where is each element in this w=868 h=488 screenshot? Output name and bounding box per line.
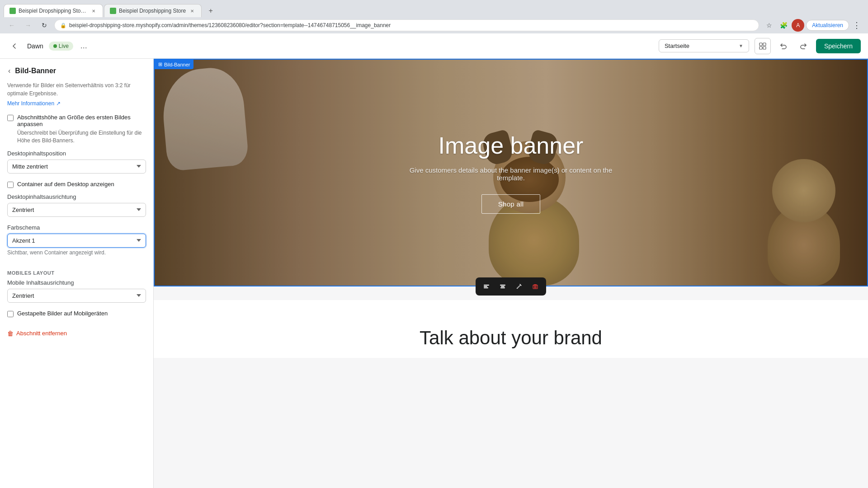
mobile-layout-section-title: MOBILES LAYOUT — [7, 270, 146, 276]
color-scheme-select[interactable]: Akzent 1 Akzent 2 Hintergrund 1 Hintergr… — [7, 234, 146, 248]
browser-omnibox: ← → ↻ 🔒 beispiel-dropshipping-store.mysh… — [0, 17, 868, 33]
svg-rect-7 — [500, 285, 505, 286]
stacked-checkbox-group: Gestapelte Bilder auf Mobilgeräten — [7, 310, 146, 317]
sidebar-title: Bild-Banner — [15, 67, 56, 75]
address-text: beispiel-dropshipping-store.myshopify.co… — [69, 22, 753, 28]
live-badge: Live — [49, 42, 73, 51]
brand-section: Talk about your brand — [154, 300, 868, 358]
browser-actions: ☆ 🧩 A Aktualisieren ⋮ — [763, 19, 863, 32]
floating-toolbar — [476, 277, 546, 296]
mehr-informationen-label: Mehr Informationen — [7, 100, 54, 107]
redo-button[interactable] — [796, 39, 811, 53]
svg-rect-2 — [760, 47, 762, 49]
profile-icon[interactable]: A — [792, 19, 804, 32]
tab1-title: Beispiel Dropshipping Store · ... — [19, 8, 87, 14]
color-scheme-hint: Sichtbar, wenn Container angezeigt wird. — [7, 249, 146, 256]
banner-title: Image banner — [398, 132, 624, 159]
save-button[interactable]: Speichern — [816, 39, 861, 53]
banner-label-text: Bild-Banner — [164, 62, 190, 67]
stacked-label[interactable]: Gestapelte Bilder auf Mobilgeräten — [17, 310, 108, 317]
svg-rect-6 — [484, 287, 488, 288]
sidebar-back-button[interactable]: ‹ — [7, 66, 11, 76]
reload-nav-button[interactable]: ↻ — [38, 19, 51, 32]
banner-image: Image banner Give customers details abou… — [155, 60, 867, 286]
svg-rect-0 — [760, 43, 762, 46]
main-content: ‹ Bild-Banner Verwende für Bilder ein Se… — [0, 59, 868, 488]
undo-button[interactable] — [776, 39, 791, 53]
desktop-position-label: Desktopinhaltsposition — [7, 150, 146, 157]
svg-rect-3 — [763, 47, 766, 49]
svg-rect-4 — [484, 285, 489, 286]
section-height-checkbox[interactable] — [7, 115, 14, 121]
banner-section-label: ⊞ Bild-Banner — [155, 60, 193, 69]
new-tab-button[interactable]: + — [204, 5, 217, 17]
live-label: Live — [59, 43, 69, 49]
color-scheme-group: Farbschema Akzent 1 Akzent 2 Hintergrund… — [7, 224, 146, 256]
browser-more-button[interactable]: ⋮ — [851, 20, 863, 30]
page-selector-value: Startseite — [665, 42, 735, 49]
color-scheme-label: Farbschema — [7, 224, 146, 231]
toolbar-align-left-button[interactable] — [480, 280, 493, 293]
app-container: Dawn Live ... Startseite ▼ Speichern ‹ B… — [0, 33, 868, 488]
toolbar-align-center-button[interactable] — [496, 280, 509, 293]
desktop-alignment-group: Desktopinhaltsausrichtung Zentriert Link… — [7, 193, 146, 217]
banner-subtitle: Give customers details about the banner … — [398, 166, 624, 182]
delete-label: Abschnitt entfernen — [16, 330, 67, 337]
tab1-close[interactable]: ✕ — [90, 7, 97, 14]
back-nav-button[interactable]: ← — [5, 19, 18, 32]
section-height-checkbox-group: Abschnittshöhe an Größe des ersten Bilde… — [7, 114, 146, 145]
svg-rect-5 — [484, 286, 487, 287]
page-selector[interactable]: Startseite ▼ — [659, 39, 749, 52]
sidebar: ‹ Bild-Banner Verwende für Bilder ein Se… — [0, 59, 154, 488]
svg-rect-9 — [500, 287, 505, 288]
live-dot — [53, 44, 57, 48]
browser-chrome: Beispiel Dropshipping Store · ... ✕ Beis… — [0, 0, 868, 33]
mobile-alignment-label: Mobile Inhaltsausrichtung — [7, 279, 146, 286]
mehr-informationen-link[interactable]: Mehr Informationen ↗ — [7, 100, 146, 107]
browser-tab-1[interactable]: Beispiel Dropshipping Store · ... ✕ — [4, 4, 103, 17]
preview-inner: ⊞ Bild-Banner — [154, 59, 868, 488]
section-height-label[interactable]: Abschnittshöhe an Größe des ersten Bilde… — [17, 114, 131, 127]
view-toggle-button[interactable] — [755, 38, 771, 54]
page-selector-arrow-icon: ▼ — [739, 43, 743, 48]
delete-section-button[interactable]: 🗑 Abschnitt entfernen — [7, 326, 146, 341]
toolbar-delete-button[interactable] — [529, 280, 542, 293]
mobile-alignment-select[interactable]: Zentriert Links Rechts — [7, 289, 146, 303]
desktop-alignment-select[interactable]: Zentriert Links Rechts — [7, 203, 146, 217]
desktop-alignment-label: Desktopinhaltsausrichtung — [7, 193, 146, 200]
extension-icon[interactable]: 🧩 — [777, 19, 790, 32]
container-checkbox[interactable] — [7, 182, 14, 188]
shop-all-button[interactable]: Shop all — [481, 194, 541, 214]
external-link-icon: ↗ — [56, 100, 61, 107]
header-dots-menu[interactable]: ... — [79, 39, 89, 52]
sidebar-header: ‹ Bild-Banner — [7, 66, 146, 76]
sidebar-description: Verwende für Bilder ein Seitenverhältnis… — [7, 81, 146, 98]
svg-rect-8 — [501, 286, 505, 287]
browser-tabs: Beispiel Dropshipping Store · ... ✕ Beis… — [0, 0, 868, 17]
toolbar-edit-button[interactable] — [513, 280, 525, 293]
desktop-position-group: Desktopinhaltsposition Mitte zentriert L… — [7, 150, 146, 174]
address-bar[interactable]: 🔒 beispiel-dropshipping-store.myshopify.… — [54, 19, 759, 31]
bookmark-icon[interactable]: ☆ — [763, 19, 775, 32]
tab2-favicon — [110, 8, 116, 14]
desktop-position-select[interactable]: Mitte zentriert Links oben Links zentrie… — [7, 160, 146, 174]
lock-icon: 🔒 — [60, 23, 66, 28]
browser-tab-2[interactable]: Beispiel Dropshipping Store ✕ — [104, 4, 202, 17]
banner-section[interactable]: ⊞ Bild-Banner — [154, 59, 868, 286]
forward-nav-button[interactable]: → — [22, 19, 34, 32]
theme-name-label: Dawn — [27, 42, 43, 50]
tab1-favicon — [9, 8, 16, 14]
aktualisieren-button[interactable]: Aktualisieren — [806, 20, 849, 31]
section-height-sublabel: Überschreibt bei Überprüfung die Einstel… — [17, 129, 146, 145]
preview-area: ⊞ Bild-Banner — [154, 59, 868, 488]
brand-title: Talk about your brand — [163, 327, 859, 349]
banner-label-icon: ⊞ — [158, 61, 162, 67]
app-back-button[interactable] — [7, 39, 22, 53]
tab2-close[interactable]: ✕ — [189, 7, 196, 14]
delete-icon: 🗑 — [7, 330, 14, 337]
svg-rect-1 — [763, 43, 766, 46]
container-label[interactable]: Container auf dem Desktop anzeigen — [17, 181, 114, 188]
stacked-checkbox[interactable] — [7, 311, 14, 317]
app-header: Dawn Live ... Startseite ▼ Speichern — [0, 33, 868, 59]
tab2-title: Beispiel Dropshipping Store — [119, 8, 186, 14]
